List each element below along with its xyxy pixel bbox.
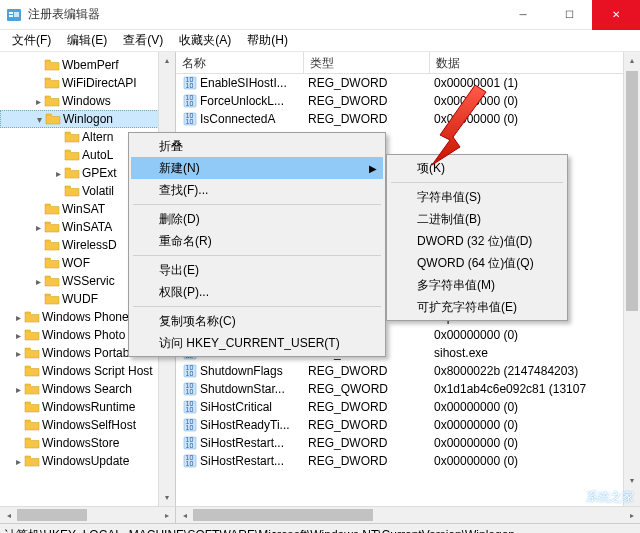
expander-icon[interactable]: ▾: [33, 114, 45, 125]
value-data: 0x00000001 (1): [430, 76, 640, 90]
close-button[interactable]: [592, 0, 640, 30]
menu-item[interactable]: 查看(V): [115, 30, 171, 51]
tree-item[interactable]: ▸WindowsUpdate: [0, 452, 175, 470]
list-row[interactable]: 1010SiHostCriticalREG_DWORD0x00000000 (0…: [176, 398, 640, 416]
tree-item[interactable]: ▾Winlogon: [0, 110, 175, 128]
tree-item-label: Windows Phone: [42, 310, 129, 324]
menu-separator: [133, 306, 381, 307]
menu-item[interactable]: 项(K): [389, 157, 565, 179]
tree-item-label: WindowsStore: [42, 436, 119, 450]
value-data: 0x8000022b (2147484203): [430, 364, 640, 378]
tree-item[interactable]: WiFiDirectAPI: [0, 74, 175, 92]
expander-icon[interactable]: ▸: [12, 330, 24, 341]
svg-rect-37: [568, 499, 574, 505]
menu-item[interactable]: 复制项名称(C): [131, 310, 383, 332]
col-header-type[interactable]: 类型: [304, 52, 430, 73]
tree-hscroll[interactable]: ◂▸: [0, 506, 176, 523]
tree-item-label: Windows Script Host: [42, 364, 153, 378]
menu-item-label: 重命名(R): [159, 233, 212, 250]
list-row[interactable]: 1010IsConnectedAREG_DWORD0x00000000 (0): [176, 110, 640, 128]
expander-icon[interactable]: ▸: [32, 96, 44, 107]
value-data: sihost.exe: [430, 346, 640, 360]
menu-item[interactable]: 折叠: [131, 135, 383, 157]
value-name: IsConnectedA: [200, 112, 275, 126]
context-submenu-new[interactable]: 项(K)字符串值(S)二进制值(B)DWORD (32 位)值(D)QWORD …: [386, 154, 568, 321]
value-type: REG_DWORD: [304, 418, 430, 432]
list-row[interactable]: 1010ForceUnlockL...REG_DWORD0x00000000 (…: [176, 92, 640, 110]
menu-item[interactable]: 权限(P)...: [131, 281, 383, 303]
titlebar: 注册表编辑器: [0, 0, 640, 30]
menu-item[interactable]: 二进制值(B): [389, 208, 565, 230]
list-row[interactable]: 1010SiHostReadyTi...REG_DWORD0x00000000 …: [176, 416, 640, 434]
value-type: REG_DWORD: [304, 364, 430, 378]
menu-item[interactable]: 访问 HKEY_CURRENT_USER(T): [131, 332, 383, 354]
menu-item[interactable]: 收藏夹(A): [171, 30, 239, 51]
menu-item[interactable]: 新建(N)▶: [131, 157, 383, 179]
expander-icon[interactable]: ▸: [12, 348, 24, 359]
value-type: REG_DWORD: [304, 94, 430, 108]
list-header[interactable]: 名称 类型 数据: [176, 52, 640, 74]
menu-item-label: 多字符串值(M): [417, 277, 495, 294]
menu-item-label: 导出(E): [159, 262, 199, 279]
tree-item[interactable]: ▸Windows: [0, 92, 175, 110]
value-type: REG_DWORD: [304, 76, 430, 90]
menu-item-label: 可扩充字符串值(E): [417, 299, 517, 316]
value-name: EnableSIHostI...: [200, 76, 287, 90]
tree-item-label: GPExt: [82, 166, 117, 180]
menu-separator: [133, 255, 381, 256]
tree-item-label: Altern: [82, 130, 113, 144]
menu-item[interactable]: 多字符串值(M): [389, 274, 565, 296]
value-data: 0x00000000 (0): [430, 112, 640, 126]
col-header-name[interactable]: 名称: [176, 52, 304, 73]
expander-icon[interactable]: ▸: [32, 276, 44, 287]
expander-icon[interactable]: ▸: [32, 222, 44, 233]
menu-item-label: 复制项名称(C): [159, 313, 236, 330]
tree-item-label: Winlogon: [63, 112, 113, 126]
tree-item[interactable]: WindowsStore: [0, 434, 175, 452]
list-row[interactable]: 1010EnableSIHostI...REG_DWORD0x00000001 …: [176, 74, 640, 92]
tree-item[interactable]: WindowsRuntime: [0, 398, 175, 416]
menu-item[interactable]: 编辑(E): [59, 30, 115, 51]
list-row[interactable]: 1010SiHostRestart...REG_DWORD0x00000000 …: [176, 434, 640, 452]
menu-item[interactable]: 删除(D): [131, 208, 383, 230]
maximize-button[interactable]: [546, 0, 592, 30]
menu-item[interactable]: 可扩充字符串值(E): [389, 296, 565, 318]
list-row[interactable]: 1010SiHostRestart...REG_DWORD0x00000000 …: [176, 452, 640, 470]
expander-icon[interactable]: ▸: [52, 168, 64, 179]
minimize-button[interactable]: [500, 0, 546, 30]
tree-item-label: WinSAT: [62, 202, 105, 216]
context-menu[interactable]: 折叠新建(N)▶查找(F)...删除(D)重命名(R)导出(E)权限(P)...…: [128, 132, 386, 357]
menu-item[interactable]: 字符串值(S): [389, 186, 565, 208]
menu-item-label: QWORD (64 位)值(Q): [417, 255, 534, 272]
expander-icon[interactable]: ▸: [12, 384, 24, 395]
svg-text:10: 10: [186, 370, 194, 377]
list-row[interactable]: 1010ShutdownStar...REG_QWORD0x1d1ab4c6e0…: [176, 380, 640, 398]
tree-item[interactable]: ▸Windows Search: [0, 380, 175, 398]
menu-item[interactable]: 查找(F)...: [131, 179, 383, 201]
menu-item[interactable]: QWORD (64 位)值(Q): [389, 252, 565, 274]
menu-separator: [133, 204, 381, 205]
tree-item-label: WOF: [62, 256, 90, 270]
tree-item-label: WindowsSelfHost: [42, 418, 136, 432]
menu-item[interactable]: 帮助(H): [239, 30, 296, 51]
menu-item[interactable]: 文件(F): [4, 30, 59, 51]
tree-item[interactable]: WindowsSelfHost: [0, 416, 175, 434]
expander-icon[interactable]: ▸: [12, 312, 24, 323]
col-header-data[interactable]: 数据: [430, 52, 640, 73]
list-hscroll[interactable]: ◂▸: [176, 506, 640, 523]
tree-item-label: WindowsRuntime: [42, 400, 135, 414]
tree-item[interactable]: Windows Script Host: [0, 362, 175, 380]
expander-icon[interactable]: ▸: [12, 456, 24, 467]
value-type: REG_DWORD: [304, 112, 430, 126]
submenu-arrow-icon: ▶: [369, 163, 377, 174]
list-vscroll[interactable]: ▴ ▾: [623, 52, 640, 506]
list-row[interactable]: 1010ShutdownFlagsREG_DWORD0x8000022b (21…: [176, 362, 640, 380]
menu-item[interactable]: DWORD (32 位)值(D): [389, 230, 565, 252]
svg-text:10: 10: [186, 388, 194, 395]
tree-item[interactable]: WbemPerf: [0, 56, 175, 74]
menu-item[interactable]: 导出(E): [131, 259, 383, 281]
value-type: REG_QWORD: [304, 382, 430, 396]
tree-item-label: Windows Search: [42, 382, 132, 396]
value-data: 0x00000000 (0): [430, 328, 640, 342]
menu-item[interactable]: 重命名(R): [131, 230, 383, 252]
